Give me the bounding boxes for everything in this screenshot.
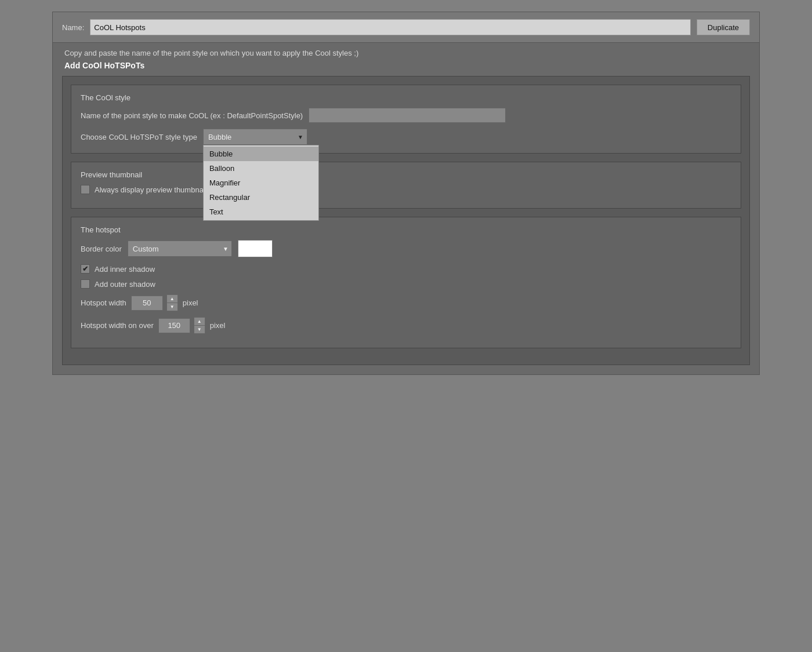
dropdown-option-text[interactable]: Text	[204, 205, 318, 219]
hotspot-width-label: Hotspot width	[81, 298, 126, 307]
always-display-row: Always display preview thumbnail	[81, 185, 731, 194]
hotspot-width-over-label: Hotspot width on over	[81, 321, 154, 330]
name-row: Name: Duplicate	[53, 12, 759, 43]
hotspot-type-selected: Bubble	[208, 133, 231, 141]
outer-card: The CoOl style Name of the point style t…	[62, 76, 750, 365]
always-display-label: Always display preview thumbnail	[95, 185, 207, 194]
border-color-label: Border color	[81, 245, 122, 253]
hotspot-width-input[interactable]	[131, 296, 163, 311]
hotspot-width-arrows: ▲ ▼	[166, 294, 178, 311]
cool-style-title: The CoOl style	[81, 93, 731, 102]
hotspot-width-unit: pixel	[183, 298, 198, 307]
hotspot-card: The hotspot Border color Custom None Bla…	[71, 217, 741, 348]
hotspot-width-up-button[interactable]: ▲	[167, 295, 177, 303]
border-color-dropdown-wrapper: Custom None Black White Red Blue Green ▼	[128, 241, 232, 257]
hotspot-type-dropdown-trigger[interactable]: Bubble ▼	[203, 129, 307, 145]
inner-shadow-row: ✔ Add inner shadow	[81, 264, 731, 274]
cool-style-card: The CoOl style Name of the point style t…	[71, 85, 741, 154]
hotspot-type-row: Choose CoOL HoTSPoT style type Bubble ▼ …	[81, 129, 731, 145]
hotspot-type-label: Choose CoOL HoTSPoT style type	[81, 133, 197, 141]
inner-shadow-checkbox[interactable]: ✔	[81, 264, 90, 274]
dropdown-arrow-icon: ▼	[298, 134, 303, 140]
inner-shadow-label: Add inner shadow	[95, 265, 155, 274]
hotspot-width-row: Hotspot width ▲ ▼ pixel	[81, 294, 731, 311]
point-style-input[interactable]	[309, 108, 506, 123]
hotspot-title: The hotspot	[81, 225, 731, 234]
hotspot-type-dropdown-wrapper: Bubble ▼ Bubble Balloon Magnifier Rectan…	[203, 129, 307, 145]
dropdown-option-bubble[interactable]: Bubble	[204, 147, 318, 161]
hotspot-width-down-button[interactable]: ▼	[167, 303, 177, 311]
color-swatch[interactable]	[238, 240, 273, 257]
hotspot-type-dropdown-list: Bubble Balloon Magnifier Rectangular Tex…	[203, 145, 319, 221]
add-section-title: Add CoOl HoTSPoTs	[53, 60, 759, 76]
dropdown-option-magnifier[interactable]: Magnifier	[204, 176, 318, 190]
dropdown-option-rectangular[interactable]: Rectangular	[204, 190, 318, 205]
hotspot-width-over-input[interactable]	[158, 318, 190, 333]
duplicate-button[interactable]: Duplicate	[697, 19, 750, 35]
inner-shadow-check-icon: ✔	[82, 265, 88, 273]
main-container: Name: Duplicate Copy and paste the name …	[52, 12, 760, 375]
hotspot-width-over-row: Hotspot width on over ▲ ▼ pixel	[81, 317, 731, 334]
outer-shadow-checkbox[interactable]	[81, 279, 90, 289]
dropdown-option-balloon[interactable]: Balloon	[204, 161, 318, 176]
border-color-row: Border color Custom None Black White Red…	[81, 240, 731, 257]
always-display-checkbox[interactable]	[81, 185, 90, 194]
point-style-row: Name of the point style to make CoOL (ex…	[81, 108, 731, 123]
border-color-dropdown[interactable]: Custom None Black White Red Blue Green	[128, 241, 232, 257]
hotspot-width-spinner: ▲ ▼	[131, 294, 178, 311]
name-input[interactable]	[90, 19, 691, 35]
outer-shadow-row: Add outer shadow	[81, 279, 731, 289]
preview-thumbnail-card: Preview thumbnail Always display preview…	[71, 162, 741, 209]
hotspot-width-over-arrows: ▲ ▼	[194, 317, 205, 334]
hotspot-width-over-down-button[interactable]: ▼	[194, 326, 205, 333]
outer-shadow-label: Add outer shadow	[95, 280, 155, 289]
name-label: Name:	[62, 23, 84, 32]
point-style-label: Name of the point style to make CoOL (ex…	[81, 111, 303, 120]
hint-text: Copy and paste the name of the point sty…	[53, 43, 759, 60]
hotspot-width-over-unit: pixel	[210, 321, 226, 330]
hotspot-width-over-spinner: ▲ ▼	[158, 317, 205, 334]
preview-thumbnail-title: Preview thumbnail	[81, 170, 731, 179]
hotspot-width-over-up-button[interactable]: ▲	[194, 318, 205, 325]
